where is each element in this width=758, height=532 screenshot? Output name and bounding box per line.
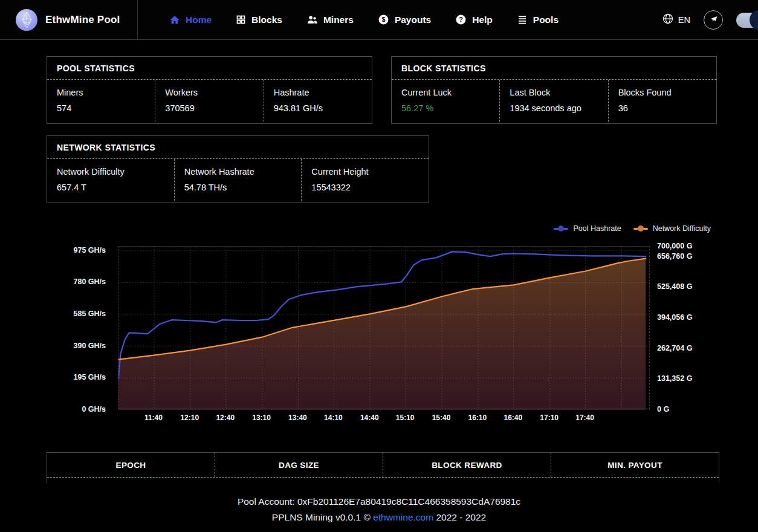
legend-network-difficulty[interactable]: Network Difficulty	[633, 224, 711, 233]
telegram-icon	[709, 14, 718, 25]
stat-network-difficulty: Network Difficulty 657.4 T	[47, 159, 175, 201]
x-axis-tick-label: 12:10	[180, 414, 199, 422]
y-axis-left-tick-label: 975 GH/s	[34, 246, 106, 255]
stat-value: 943.81 GH/s	[274, 103, 362, 113]
svg-text:?: ?	[459, 16, 463, 23]
stat-label: Current Height	[311, 167, 419, 177]
legend-label: Network Difficulty	[653, 224, 711, 233]
nav-item-label: Pools	[533, 15, 559, 25]
help-icon: ?	[455, 14, 467, 25]
x-axis-tick-label: 13:10	[252, 414, 271, 422]
stat-label: Miners	[57, 88, 145, 97]
y-axis-left-tick-label: 390 GH/s	[34, 342, 106, 350]
x-axis-tick-label: 11:40	[144, 414, 163, 422]
brand[interactable]: EthwMine Pool	[0, 0, 138, 39]
y-axis-right-tick-label: 656,760 G	[657, 252, 692, 261]
brand-title: EthwMine Pool	[45, 14, 120, 26]
y-axis-right-tick-label: 394,056 G	[657, 313, 692, 322]
chart-plot-area	[118, 246, 650, 409]
card-body: Network Difficulty 657.4 T Network Hashr…	[47, 158, 429, 201]
x-axis-tick-label: 14:40	[360, 414, 379, 422]
language-selector[interactable]: EN	[662, 13, 690, 27]
nav-item-miners[interactable]: Miners	[306, 14, 354, 25]
y-axis-right-tick-label: 700,000 G	[657, 242, 692, 250]
x-axis-tick-label: 17:10	[540, 414, 559, 422]
epoch-table: EPOCH DAG SIZE BLOCK REWARD MIN. PAYOUT	[47, 452, 719, 483]
top-nav: EthwMine Pool Home Blocks Miners $ Payou…	[0, 0, 758, 40]
stat-value: 36	[618, 103, 707, 113]
pool-account-line: Pool Account: 0xFb201126E7a80419c8C11C46…	[0, 494, 758, 510]
hashrate-difficulty-chart: Pool Hashrate Network Difficulty 0 GH/s1…	[0, 218, 758, 429]
stat-label: Current Luck	[401, 88, 490, 97]
home-icon	[169, 15, 180, 25]
y-axis-left-tick-label: 780 GH/s	[34, 277, 106, 286]
stat-network-hashrate: Network Hashrate 54.78 TH/s	[175, 159, 302, 201]
legend-label: Pool Hashrate	[573, 224, 621, 233]
x-axis-tick-label: 17:40	[575, 414, 594, 422]
legend-line-dot-icon	[554, 228, 568, 230]
y-axis-right-tick-label: 262,704 G	[657, 344, 692, 352]
ethwmine-link[interactable]: ethwmine.com	[373, 512, 433, 522]
x-axis-tick-label: 15:40	[432, 414, 451, 422]
nav-item-help[interactable]: ? Help	[455, 14, 493, 25]
stat-current-height: Current Height 15543322	[302, 159, 429, 201]
legend-pool-hashrate[interactable]: Pool Hashrate	[554, 224, 621, 233]
stat-label: Last Block	[510, 88, 598, 97]
x-axis-tick-label: 15:10	[396, 414, 415, 422]
stat-value: 15543322	[311, 183, 419, 192]
y-axis-left-tick-label: 585 GH/s	[34, 310, 106, 318]
block-statistics-card: BLOCK STATISTICS Current Luck 56.27 % La…	[391, 56, 717, 124]
x-axis-tick-label: 13:40	[288, 414, 307, 422]
version-line: PPLNS Mining v0.0.1 © ethwmine.com 2022 …	[0, 510, 758, 525]
stat-value: 56.27 %	[401, 103, 490, 113]
nav-right: EN ✦	[662, 10, 758, 30]
stat-label: Hashrate	[274, 88, 362, 97]
miners-icon	[306, 14, 318, 25]
card-body: Current Luck 56.27 % Last Block 1934 sec…	[392, 79, 716, 122]
theme-toggle[interactable]: ✦	[736, 10, 758, 30]
table-header-epoch: EPOCH	[47, 453, 215, 477]
chart-svg	[118, 247, 650, 410]
table-header-dag-size: DAG SIZE	[215, 453, 383, 477]
card-title: NETWORK STATISTICS	[47, 136, 429, 158]
x-axis-tick-label: 16:10	[468, 414, 487, 422]
page-footer: Pool Account: 0xFb201126E7a80419c8C11C46…	[0, 494, 758, 525]
language-label: EN	[678, 15, 690, 25]
nav-item-label: Blocks	[251, 15, 282, 25]
blocks-icon	[236, 15, 246, 25]
stat-hashrate: Hashrate 943.81 GH/s	[264, 80, 372, 122]
ethereum-logo-icon	[16, 9, 37, 31]
version-suffix: 2022 - 2022	[433, 512, 486, 522]
card-title: POOL STATISTICS	[47, 57, 372, 79]
table-body-clipped	[47, 478, 719, 483]
card-body: Miners 574 Workers 370569 Hashrate 943.8…	[47, 79, 372, 122]
stat-value: 1934 seconds ago	[510, 103, 598, 113]
stat-label: Network Difficulty	[57, 167, 164, 177]
nav-menu: Home Blocks Miners $ Payouts ? Help	[169, 14, 559, 25]
pools-icon	[517, 15, 528, 25]
stat-label: Workers	[165, 88, 253, 97]
y-axis-right-tick-label: 0 G	[657, 405, 669, 414]
card-title: BLOCK STATISTICS	[392, 57, 716, 79]
network-statistics-card: NETWORK STATISTICS Network Difficulty 65…	[47, 135, 429, 203]
stat-miners: Miners 574	[47, 80, 155, 122]
stat-value: 657.4 T	[57, 183, 164, 192]
nav-item-label: Payouts	[395, 15, 431, 25]
stat-value: 370569	[165, 103, 253, 113]
nav-item-label: Miners	[323, 15, 354, 25]
chart-legend: Pool Hashrate Network Difficulty	[554, 224, 711, 233]
telegram-button[interactable]	[704, 10, 723, 30]
nav-item-blocks[interactable]: Blocks	[236, 15, 282, 25]
table-header-block-reward: BLOCK REWARD	[383, 453, 551, 477]
nav-item-home[interactable]: Home	[169, 15, 212, 25]
legend-line-dot-icon	[633, 228, 648, 230]
stat-workers: Workers 370569	[155, 80, 264, 122]
nav-item-pools[interactable]: Pools	[517, 15, 559, 25]
y-axis-right-tick-label: 131,352 G	[657, 374, 692, 383]
stat-value: 574	[57, 103, 145, 113]
x-axis-tick-label: 14:10	[324, 414, 343, 422]
nav-item-label: Help	[472, 15, 493, 25]
svg-text:$: $	[381, 16, 385, 23]
nav-item-payouts[interactable]: $ Payouts	[378, 14, 431, 25]
y-axis-left-tick-label: 0 GH/s	[34, 405, 106, 414]
